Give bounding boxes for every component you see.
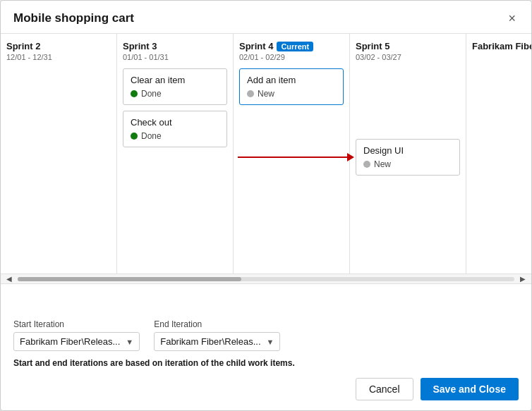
- save-and-close-button[interactable]: Save and Close: [421, 378, 519, 400]
- dialog-header: Mobile shopping cart ×: [1, 1, 531, 34]
- arrow-svg: [238, 147, 354, 168]
- status-dot-new: [247, 90, 254, 97]
- status-dot-done-2: [131, 133, 138, 140]
- scroll-right-arrow[interactable]: ▶: [517, 275, 528, 283]
- info-text: Start and end iterations are based on it…: [13, 358, 519, 368]
- card-add-status: New: [247, 89, 336, 99]
- scroll-left-arrow[interactable]: ◀: [4, 275, 15, 283]
- sprints-wrapper: Sprint 2 12/01 - 12/31 Sprint 3 01/01 - …: [1, 34, 531, 274]
- end-iteration-value: Fabrikam Fiber\Releas...: [160, 336, 260, 347]
- status-dot-done: [131, 90, 138, 97]
- sprint5-header: Sprint 5 03/02 - 03/27: [356, 41, 460, 61]
- board-area: Sprint 2 12/01 - 12/31 Sprint 3 01/01 - …: [1, 34, 531, 309]
- dialog-title: Mobile shopping cart: [13, 11, 134, 25]
- sprints-container: Sprint 2 12/01 - 12/31 Sprint 3 01/01 - …: [1, 34, 531, 274]
- sprint4-dates: 02/01 - 02/29: [239, 53, 344, 61]
- card-check-out[interactable]: Check out Done: [123, 111, 227, 147]
- card-add-title: Add an item: [247, 75, 336, 85]
- current-badge: Current: [277, 42, 313, 51]
- svg-marker-1: [347, 153, 354, 161]
- end-iteration-select[interactable]: Fabrikam Fiber\Releas... ▼: [154, 332, 280, 351]
- sprint3-dates: 01/01 - 01/31: [123, 53, 227, 61]
- sprint-col-backlog: Fabrikam Fiber Backlog: [466, 34, 531, 274]
- card-add-an-item[interactable]: Add an item New: [239, 68, 344, 105]
- scroll-track[interactable]: [18, 277, 514, 281]
- card-clear-status: Done: [131, 89, 219, 99]
- sprint2-dates: 12/01 - 12/31: [6, 53, 111, 61]
- sprint4-header: Sprint 4 Current 02/01 - 02/29: [239, 41, 344, 61]
- sprint3-name: Sprint 3: [123, 41, 227, 51]
- card-design-title: Design UI: [363, 145, 452, 156]
- start-iteration-label: Start Iteration: [13, 319, 140, 329]
- cancel-button[interactable]: Cancel: [356, 378, 413, 400]
- start-iteration-group: Start Iteration Fabrikam Fiber\Releas...…: [13, 319, 140, 351]
- close-button[interactable]: ×: [505, 11, 519, 26]
- sprint5-name: Sprint 5: [356, 41, 460, 51]
- card-design-status: New: [363, 159, 452, 169]
- scrollbar-row: ◀ ▶: [1, 274, 531, 284]
- end-iteration-group: End Iteration Fabrikam Fiber\Releas... ▼: [154, 319, 280, 351]
- action-row: Cancel Save and Close: [13, 378, 519, 400]
- start-chevron-icon: ▼: [126, 338, 133, 346]
- start-iteration-select[interactable]: Fabrikam Fiber\Releas... ▼: [13, 332, 140, 351]
- sprint2-name: Sprint 2: [6, 41, 111, 51]
- card-clear-an-item[interactable]: Clear an item Done: [123, 68, 227, 105]
- sprint-col-sprint2: Sprint 2 12/01 - 12/31: [1, 34, 117, 274]
- sprint5-dates: 03/02 - 03/27: [356, 53, 460, 61]
- backlog-name: Fabrikam Fiber Backlog: [472, 41, 531, 51]
- scroll-thumb: [18, 277, 241, 281]
- card-checkout-status: Done: [131, 131, 219, 141]
- end-iteration-label: End Iteration: [154, 319, 280, 329]
- sprint-col-sprint5: Sprint 5 03/02 - 03/27 Design UI: [350, 34, 466, 274]
- status-dot-new-2: [363, 161, 370, 168]
- card-checkout-title: Check out: [131, 117, 219, 128]
- sprint4-name: Sprint 4 Current: [239, 41, 344, 51]
- sprint2-header: Sprint 2 12/01 - 12/31: [6, 41, 111, 61]
- bottom-controls: Start Iteration Fabrikam Fiber\Releas...…: [1, 309, 531, 410]
- dialog: Mobile shopping cart × Sprint 2 12/01 - …: [0, 0, 532, 411]
- iteration-row: Start Iteration Fabrikam Fiber\Releas...…: [13, 319, 519, 351]
- start-iteration-value: Fabrikam Fiber\Releas...: [20, 336, 120, 347]
- card-design-ui[interactable]: Design UI New: [356, 139, 460, 176]
- card-clear-title: Clear an item: [131, 75, 219, 85]
- sprint-col-sprint3: Sprint 3 01/01 - 01/31 Clear an item Don…: [117, 34, 234, 274]
- backlog-header: Fabrikam Fiber Backlog: [472, 41, 531, 51]
- end-chevron-icon: ▼: [267, 338, 274, 346]
- sprint3-header: Sprint 3 01/01 - 01/31: [123, 41, 227, 61]
